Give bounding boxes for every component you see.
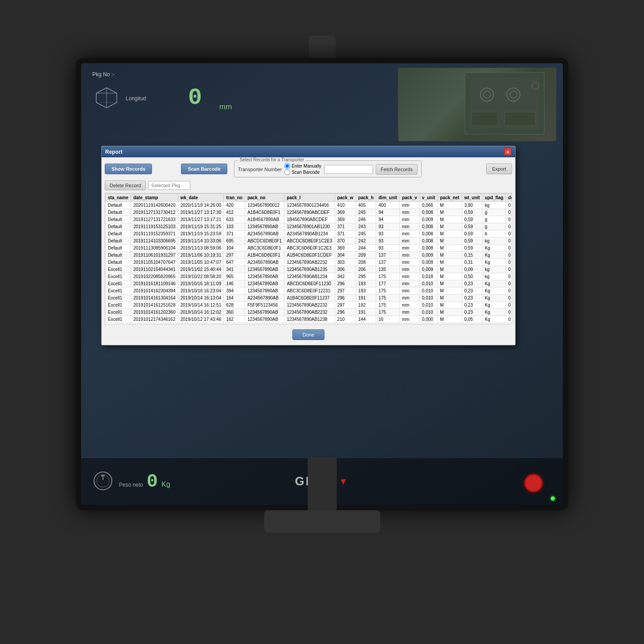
table-column-v_unit: v_unit bbox=[419, 194, 437, 202]
svg-rect-11 bbox=[472, 112, 498, 126]
table-row[interactable]: Default202011191426004202020/11/19 14:26… bbox=[106, 202, 513, 209]
table-row[interactable]: Default201911051047076472019/11/05 10:47… bbox=[106, 259, 513, 266]
stand-neck bbox=[308, 457, 336, 515]
measurement-value: 0 bbox=[188, 85, 202, 111]
table-column-pack_net: pack_net bbox=[438, 194, 462, 202]
table-row[interactable]: Default201911141033066952019/11/14 10:33… bbox=[106, 238, 513, 245]
table-row[interactable]: Excell1201910161811091462019/10/16 18:11… bbox=[106, 280, 513, 287]
radio-enter-manually-input[interactable] bbox=[284, 163, 290, 169]
camera-view bbox=[398, 68, 556, 141]
table-column-wk_date: wk_date bbox=[178, 194, 224, 202]
svg-rect-15 bbox=[101, 475, 105, 476]
table-column-pack_w: pack_w bbox=[335, 194, 356, 202]
transporter-group: Select Records for a Transporter Transpo… bbox=[234, 160, 422, 177]
peso-label: Peso neto bbox=[119, 482, 143, 488]
radio-group: Enter Manually Scan Barcode bbox=[284, 163, 321, 175]
gram-triangle: ▼ bbox=[339, 476, 349, 487]
table-column-wt_unit: wt_unit bbox=[462, 194, 482, 202]
dialog-close-button[interactable]: × bbox=[504, 148, 512, 156]
table-column-pack_v: pack_v bbox=[399, 194, 419, 202]
green-led bbox=[551, 496, 555, 500]
dialog-titlebar: Report × bbox=[102, 146, 515, 157]
table-row[interactable]: Excell1201911021540443412019/11/02 15:40… bbox=[106, 266, 513, 273]
table-row[interactable]: Excell1201910141612023602019/10/14 16:12… bbox=[106, 309, 513, 316]
transporter-input[interactable] bbox=[324, 165, 373, 174]
table-column-sta_name: sta_name bbox=[106, 194, 131, 202]
table-row[interactable]: Excell1201910141613041642019/10/14 16:13… bbox=[106, 295, 513, 302]
table-row[interactable]: Default201911061019312972019/11/06 10:19… bbox=[106, 252, 513, 259]
table-column-tran_no: tran_no bbox=[224, 194, 245, 202]
table-row[interactable]: Excell1201910220858209652019/10/22 08:58… bbox=[106, 273, 513, 280]
table-row[interactable]: Default201911271317216332019/11/27 13:17… bbox=[106, 216, 513, 223]
table-column-pack_l: pack_l bbox=[284, 194, 335, 202]
radio-enter-manually-label: Enter Manually bbox=[291, 164, 321, 168]
dialog-footer: Done bbox=[105, 328, 512, 342]
table-row[interactable]: Excell1201910121742567942019/10/12 17:42… bbox=[106, 323, 513, 325]
table-row[interactable]: Excell1201910121743461622019/10/12 17:43… bbox=[106, 316, 513, 323]
longitud-label: Longitud bbox=[126, 95, 146, 102]
transporter-number-label: Transporter Number bbox=[238, 167, 282, 172]
selected-pkg-input[interactable] bbox=[148, 181, 190, 190]
table-column-dim_unit: dim_unit bbox=[376, 194, 400, 202]
records-table-container[interactable]: sta_namedate_stampwk_datetran_nopack_nop… bbox=[105, 193, 512, 324]
box-icon bbox=[94, 86, 119, 112]
table-row[interactable]: Excell1201910141623043942019/10/16 16:23… bbox=[106, 287, 513, 295]
scan-barcode-button[interactable]: Scan Barcode bbox=[181, 164, 227, 174]
show-records-button[interactable]: Show Records bbox=[105, 164, 152, 174]
radio-scan-barcode-label: Scan Barcode bbox=[291, 170, 320, 175]
weight-unit: Kg bbox=[161, 480, 170, 488]
table-column-pack_h: pack_h bbox=[356, 194, 376, 202]
measurement-unit: mm bbox=[219, 103, 232, 111]
report-dialog: Report × Show Records Scan Barcode Selec… bbox=[101, 146, 516, 345]
table-row[interactable]: Default201911191531251032019/11/19 15:31… bbox=[106, 223, 513, 230]
weight-value: 0 bbox=[147, 471, 158, 492]
table-column-date_stamp: date_stamp bbox=[131, 194, 178, 202]
svg-rect-12 bbox=[505, 112, 535, 126]
table-row[interactable]: Default201911191523593712019/11/19 15:23… bbox=[106, 230, 513, 238]
table-column-pack_no: pack_no bbox=[245, 194, 284, 202]
done-button[interactable]: Done bbox=[292, 329, 324, 340]
pkg-label: Pkg No :- bbox=[92, 71, 115, 78]
table-header: sta_namedate_stampwk_datetran_nopack_nop… bbox=[106, 194, 513, 202]
scale-icon bbox=[92, 470, 114, 493]
table-row[interactable]: Default201911130859061042019/11/13 08:59… bbox=[106, 245, 513, 252]
delete-record-button[interactable]: Delete Record bbox=[105, 180, 146, 190]
export-button[interactable]: Export bbox=[486, 164, 512, 174]
radio-scan-barcode-input[interactable] bbox=[284, 169, 290, 175]
table-row[interactable]: Default201911271317304122019/11/27 13:17… bbox=[106, 209, 513, 216]
red-button[interactable] bbox=[524, 474, 543, 492]
table-column-upd_flag: upd_flag bbox=[482, 194, 506, 202]
table-row[interactable]: Excell1201910141612516282019/10/14 16:12… bbox=[106, 302, 513, 309]
transporter-legend: Select Records for a Transporter bbox=[238, 157, 306, 162]
table-body: Default202011191426004202020/11/19 14:26… bbox=[106, 202, 513, 325]
table-column-del_mark: del_mark bbox=[506, 194, 512, 202]
radio-enter-manually[interactable]: Enter Manually bbox=[284, 163, 321, 169]
fetch-records-button[interactable]: Fetch Records bbox=[376, 164, 418, 175]
dialog-title: Report bbox=[105, 149, 123, 155]
radio-scan-barcode[interactable]: Scan Barcode bbox=[284, 169, 321, 175]
stand-base bbox=[264, 510, 380, 533]
